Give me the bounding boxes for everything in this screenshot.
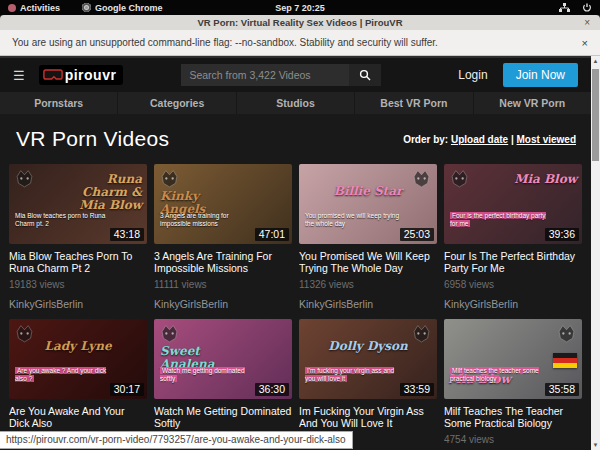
video-thumbnail[interactable]: Lady Lyne Are you awake ? And your dick … <box>9 319 147 399</box>
duration-badge: 30:17 <box>110 383 144 396</box>
video-title[interactable]: Are You Awake And Your Dick Also <box>9 405 147 430</box>
studio-cat-mask-icon <box>159 323 180 344</box>
thumb-caption: Watch me getting dominated softly <box>160 367 258 383</box>
order-by-label: Order by: <box>403 134 448 145</box>
hamburger-menu-icon[interactable]: ☰ <box>13 69 25 82</box>
duration-badge: 33:59 <box>400 383 434 396</box>
video-title[interactable]: Watch Me Getting Dominated Softly <box>154 405 292 430</box>
logo-text: pirouvr <box>65 67 117 83</box>
thumb-caption: Are you awake ? And your dick also ? <box>15 367 113 383</box>
view-count: 6958 views <box>444 279 582 290</box>
video-card[interactable]: Runa Charm & Mia Blow Mia Blow teaches p… <box>9 164 147 310</box>
thumb-overlay-name: Billie Star <box>299 185 437 198</box>
status-bar-url: https://pirouvr.com/vr-porn-video/779325… <box>0 431 353 449</box>
video-thumbnail[interactable]: Sweet Analena Watch me getting dominated… <box>154 319 292 399</box>
nav-item-new[interactable]: New VR Porn <box>473 92 591 114</box>
thumb-overlay-name: Mia Blow <box>499 173 577 186</box>
warning-close-icon[interactable]: × <box>582 37 588 49</box>
page-title: VR Porn Videos <box>16 127 169 151</box>
nav-item-best[interactable]: Best VR Porn <box>354 92 472 114</box>
video-card[interactable]: Mia Blow Four is the perfect birthday pa… <box>444 164 582 310</box>
duration-badge: 43:18 <box>110 228 144 241</box>
site-header: ☰ pirouvr Login Join Now <box>0 56 591 92</box>
nav-item-categories[interactable]: Categories <box>117 92 235 114</box>
thumb-caption: Mia Blow teaches porn to Runa Charm pt. … <box>15 212 113 228</box>
thumb-caption: I'm fucking your virgin ass and you will… <box>305 367 403 383</box>
video-thumbnail[interactable]: Dolly Dyson I'm fucking your virgin ass … <box>299 319 437 399</box>
video-title[interactable]: Mia Blow Teaches Porn To Runa Charm Pt 2 <box>9 250 147 275</box>
site-logo[interactable]: pirouvr <box>39 65 124 85</box>
order-most-viewed-link[interactable]: Most viewed <box>517 134 576 145</box>
view-count: 11111 views <box>154 279 292 290</box>
search-bar <box>181 64 381 86</box>
video-card[interactable]: Mia Blow Milf teaches the teacher some p… <box>444 319 582 450</box>
video-thumbnail[interactable]: Runa Charm & Mia Blow Mia Blow teaches p… <box>9 164 147 244</box>
vr-goggles-icon <box>43 68 63 82</box>
video-title[interactable]: You Promised We Will Keep Trying The Who… <box>299 250 437 275</box>
tab-title: VR Porn: Virtual Reality Sex Videos | Pi… <box>0 17 600 28</box>
scroll-down-icon[interactable]: ▼ <box>591 442 600 448</box>
video-thumbnail[interactable]: Billie Star You promised we will keep tr… <box>299 164 437 244</box>
warning-text: You are using an unsupported command-lin… <box>12 37 438 48</box>
nav-item-pornstars[interactable]: Pornstars <box>0 92 117 114</box>
clock[interactable]: Sep 7 20:25 <box>0 3 600 13</box>
browser-title-bar[interactable]: VR Porn: Virtual Reality Sex Videos | Pi… <box>0 15 600 30</box>
order-upload-date-link[interactable]: Upload date <box>451 134 508 145</box>
video-grid: Runa Charm & Mia Blow Mia Blow teaches p… <box>0 164 591 450</box>
network-icon[interactable] <box>559 3 570 13</box>
power-icon[interactable] <box>582 3 592 13</box>
system-top-bar: Activities Google Chrome Sep 7 20:25 <box>0 0 600 15</box>
view-count: 4754 views <box>444 434 582 445</box>
video-title[interactable]: Four Is The Perfect Birthday Party For M… <box>444 250 582 275</box>
sandbox-warning-bar: You are using an unsupported command-lin… <box>0 30 600 56</box>
video-title[interactable]: Milf Teaches The Teacher Some Practical … <box>444 405 582 430</box>
studio-cat-mask-icon <box>14 168 35 189</box>
german-flag-icon <box>553 353 577 368</box>
studio-cat-mask-icon <box>159 168 180 189</box>
view-count: 11326 views <box>299 279 437 290</box>
thumb-overlay-name: Dolly Dyson <box>299 340 437 353</box>
thumb-overlay-name: Lady Lyne <box>9 340 147 353</box>
studio-link[interactable]: KinkyGirlsBerlin <box>444 298 582 310</box>
scrollbar[interactable]: ▲ ▼ <box>591 56 600 450</box>
thumb-caption: You promised we will keep trying the who… <box>305 212 403 228</box>
video-title[interactable]: Im Fucking Your Virgin Ass And You Will … <box>299 405 437 430</box>
studio-link[interactable]: KinkyGirlsBerlin <box>9 298 147 310</box>
video-thumbnail[interactable]: Kinky Angels 3 Angels are training for i… <box>154 164 292 244</box>
view-count: 19183 views <box>9 279 147 290</box>
video-card[interactable]: Billie Star You promised we will keep tr… <box>299 164 437 310</box>
studio-cat-mask-icon <box>449 168 470 189</box>
order-by: Order by: Upload date | Most viewed <box>403 134 576 145</box>
duration-badge: 39:36 <box>545 228 579 241</box>
login-link[interactable]: Login <box>458 68 487 82</box>
duration-badge: 47:01 <box>255 228 289 241</box>
studio-link[interactable]: KinkyGirlsBerlin <box>154 298 292 310</box>
thumb-overlay-name: Runa Charm & Mia Blow <box>64 173 142 212</box>
join-now-button[interactable]: Join Now <box>503 63 578 87</box>
video-thumbnail[interactable]: Mia Blow Milf teaches the teacher some p… <box>444 319 582 399</box>
thumb-caption: Four is the perfect birthday party for m… <box>450 212 548 228</box>
web-content: ☰ pirouvr Login Join Now Pornst <box>0 56 600 450</box>
search-input[interactable] <box>181 64 349 86</box>
scrollbar-thumb[interactable] <box>592 69 599 161</box>
video-card[interactable]: Kinky Angels 3 Angels are training for i… <box>154 164 292 310</box>
search-icon <box>359 69 371 81</box>
scroll-up-icon[interactable]: ▲ <box>591 58 600 64</box>
tab-close-icon[interactable]: × <box>584 17 590 28</box>
studio-link[interactable]: KinkyGirlsBerlin <box>299 298 437 310</box>
duration-badge: 25:03 <box>400 228 434 241</box>
duration-badge: 35:58 <box>545 383 579 396</box>
main-nav: Pornstars Categories Studios Best VR Por… <box>0 92 591 114</box>
thumb-caption: 3 Angels are training for impossible mis… <box>160 212 258 228</box>
duration-badge: 36:30 <box>255 383 289 396</box>
nav-item-studios[interactable]: Studios <box>236 92 354 114</box>
studio-cat-mask-icon <box>556 323 577 344</box>
video-thumbnail[interactable]: Mia Blow Four is the perfect birthday pa… <box>444 164 582 244</box>
video-title[interactable]: 3 Angels Are Training For Impossible Mis… <box>154 250 292 275</box>
thumb-caption: Milf teaches the teacher some practical … <box>450 367 548 383</box>
search-button[interactable] <box>349 64 381 86</box>
